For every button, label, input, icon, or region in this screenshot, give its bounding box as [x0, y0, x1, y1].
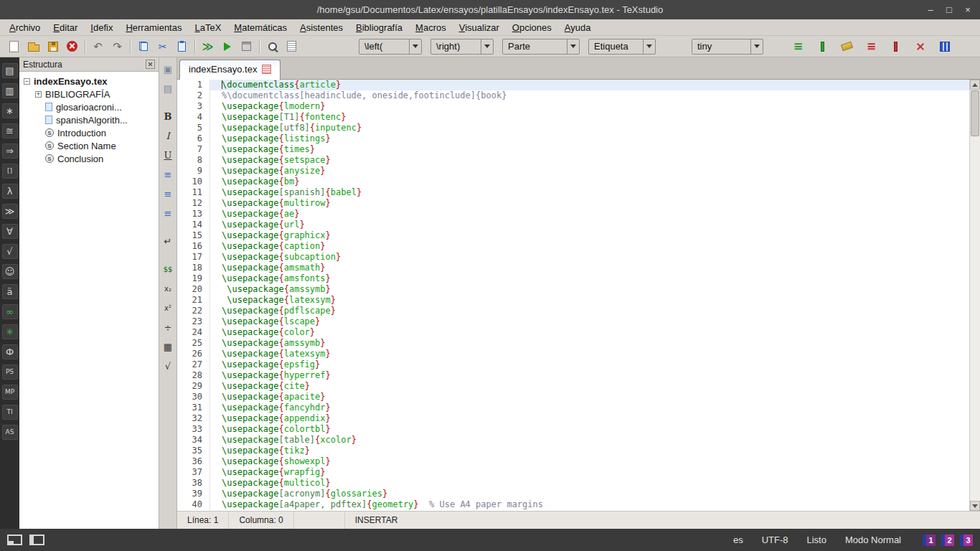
tree-item-section-name[interactable]: SSection Name	[19, 139, 159, 152]
scroll-down-icon[interactable]	[970, 501, 980, 511]
close-file-button[interactable]	[62, 37, 82, 56]
scrollbar-thumb[interactable]	[971, 90, 979, 136]
tree-item-bibliograf-a[interactable]: +BIBLIOGRAFÍA	[19, 88, 159, 100]
matrix-button[interactable]: ▦	[161, 339, 176, 354]
bold-button[interactable]: B	[161, 109, 176, 124]
code-line-7[interactable]: 7\usepackage{times}	[177, 144, 969, 155]
accents-symbols-button[interactable]: ä	[2, 284, 18, 299]
sectioning-dropdown[interactable]: Parte	[502, 39, 580, 55]
menu-visualizar[interactable]: Visualizar	[453, 21, 506, 34]
pstricks-panel-button[interactable]: PS	[2, 364, 18, 380]
misc-math-symbols-button[interactable]: ∀	[2, 224, 18, 239]
bookmarks-panel-button[interactable]: ▥	[2, 83, 18, 98]
tab-indexensayo[interactable]: indexEnsayo.tex	[179, 60, 281, 80]
code-line-24[interactable]: 24\usepackage{color}	[177, 327, 969, 338]
misc-text-symbols-button[interactable]: ☺	[2, 264, 18, 279]
code-line-31[interactable]: 31\usepackage{fancyhdr}	[177, 402, 969, 413]
compile-and-view-button[interactable]	[198, 37, 217, 56]
code-line-20[interactable]: 20 \usepackage{amssymb}	[177, 284, 969, 295]
structure-panel-button[interactable]: ▤	[2, 63, 18, 78]
code-line-17[interactable]: 17\usepackage{subcaption}	[177, 252, 969, 263]
copy-button[interactable]	[133, 37, 153, 56]
yellow-marker-button[interactable]	[837, 37, 857, 56]
red-lines-button[interactable]	[862, 37, 881, 56]
cyrillic-symbols-button[interactable]: Ф	[2, 344, 18, 359]
delimiter-symbols-button[interactable]: []	[2, 164, 18, 179]
red-cross-button[interactable]	[910, 37, 930, 56]
code-line-15[interactable]: 15\usepackage{graphicx}	[177, 230, 969, 241]
arrow-symbols-button[interactable]: ⇒	[2, 143, 18, 159]
inline-math-button[interactable]: $$	[161, 262, 176, 277]
tree-item-spanishalgorith[interactable]: spanishAlgorith...	[19, 113, 159, 126]
label-dropdown[interactable]: Etiqueta	[588, 39, 656, 55]
align-right-button[interactable]: ≡	[161, 206, 176, 221]
code-line-27[interactable]: 27\usepackage{epsfig}	[177, 359, 969, 370]
left-delimiter-dropdown[interactable]: \left(	[359, 39, 422, 55]
clipboard-copy-button[interactable]: ▣	[161, 62, 176, 77]
maximize-button[interactable]: □	[940, 4, 958, 15]
code-line-30[interactable]: 30\usepackage{apacite}	[177, 392, 969, 402]
code-line-26[interactable]: 26\usepackage{latexsym}	[177, 349, 969, 359]
code-line-6[interactable]: 6\usepackage{listings}	[177, 133, 969, 144]
font-size-dropdown[interactable]: tiny	[692, 39, 763, 55]
red-bar-button[interactable]	[886, 37, 905, 56]
code-line-14[interactable]: 14\usepackage{url}	[177, 220, 969, 230]
most-used-symbols-button[interactable]: ∗	[2, 103, 18, 118]
code-line-18[interactable]: 18\usepackage{amsmath}	[177, 263, 969, 273]
expand-icon[interactable]: +	[35, 91, 42, 98]
toggle-messages-panel-button[interactable]	[29, 534, 44, 545]
code-line-16[interactable]: 16\usepackage{caption}	[177, 241, 969, 252]
code-line-28[interactable]: 28\usepackage{hyperref}	[177, 370, 969, 381]
right-delimiter-dropdown[interactable]: \right)	[430, 39, 494, 55]
code-line-1[interactable]: 1\documentclass{article}	[177, 80, 969, 90]
cut-button[interactable]	[153, 37, 172, 56]
collapse-icon[interactable]: −	[24, 78, 30, 85]
code-area[interactable]: 1\documentclass{article}2%\documentclass…	[177, 80, 980, 511]
menu-editar[interactable]: Editar	[47, 21, 84, 34]
scroll-up-icon[interactable]	[970, 80, 980, 90]
relation-symbols-button[interactable]: ≅	[2, 123, 18, 138]
close-panel-icon[interactable]	[146, 60, 155, 69]
code-line-40[interactable]: 40\usepackage[a4paper, pdftex]{geometry}…	[177, 499, 969, 510]
blue-columns-button[interactable]	[935, 37, 954, 56]
code-line-9[interactable]: 9\usepackage{anysize}	[177, 166, 969, 176]
tree-root-indexensayo-tex[interactable]: −indexEnsayo.tex	[19, 75, 159, 88]
superscript-button[interactable]: x²	[161, 301, 176, 316]
code-line-25[interactable]: 25\usepackage{amssymb}	[177, 338, 969, 349]
special-symbols-button[interactable]: ✳	[2, 324, 18, 339]
menu-asistentes[interactable]: Asistentes	[293, 21, 349, 34]
find-button[interactable]	[263, 37, 282, 56]
tree-item-conclusion[interactable]: SConclusion	[19, 152, 159, 165]
code-line-10[interactable]: 10\usepackage{bm}	[177, 176, 969, 187]
code-line-35[interactable]: 35\usepackage{tikz}	[177, 446, 969, 456]
code-line-3[interactable]: 3\usepackage{lmodern}	[177, 101, 969, 112]
code-line-33[interactable]: 33\usepackage{colortbl}	[177, 424, 969, 435]
underline-button[interactable]: U	[161, 148, 176, 163]
code-line-11[interactable]: 11\usepackage[spanish]{babel}	[177, 187, 969, 198]
menu-herramientas[interactable]: Herramientas	[119, 21, 188, 34]
fraction-button[interactable]: ÷	[161, 320, 176, 335]
new-file-button[interactable]	[4, 37, 24, 56]
menu-bibliograf-a[interactable]: Bibliografía	[349, 21, 409, 34]
clipboard-paste-button[interactable]: ▤	[161, 81, 176, 96]
code-line-13[interactable]: 13\usepackage{ae}	[177, 209, 969, 220]
bookmark-badge-1[interactable]: 1	[923, 534, 936, 546]
code-line-36[interactable]: 36\usepackage{showexpl}	[177, 456, 969, 467]
italic-button[interactable]: I	[161, 128, 176, 143]
code-line-37[interactable]: 37\usepackage{wrapfig}	[177, 467, 969, 478]
check-symbols-button[interactable]: √	[2, 244, 18, 259]
menu-latex[interactable]: LaTeX	[188, 21, 227, 34]
code-line-34[interactable]: 34\usepackage[table]{xcolor}	[177, 435, 969, 446]
tree-item-introduction[interactable]: SIntroduction	[19, 126, 159, 139]
code-line-38[interactable]: 38\usepackage{multicol}	[177, 478, 969, 489]
open-button[interactable]	[24, 37, 43, 56]
sqrt-button[interactable]: √	[161, 359, 176, 374]
compile-button[interactable]	[217, 37, 237, 56]
code-line-2[interactable]: 2%\documentclass[headinclude, oneside,fo…	[177, 90, 969, 101]
code-line-5[interactable]: 5\usepackage[utf8]{inputenc}	[177, 123, 969, 133]
green-bar-button[interactable]	[813, 37, 832, 56]
view-pdf-button[interactable]	[237, 37, 256, 56]
code-line-21[interactable]: 21 \usepackage{latexsym}	[177, 295, 969, 306]
metapost-panel-button[interactable]: MP	[2, 385, 18, 400]
newline-button[interactable]: ↵	[161, 234, 176, 249]
